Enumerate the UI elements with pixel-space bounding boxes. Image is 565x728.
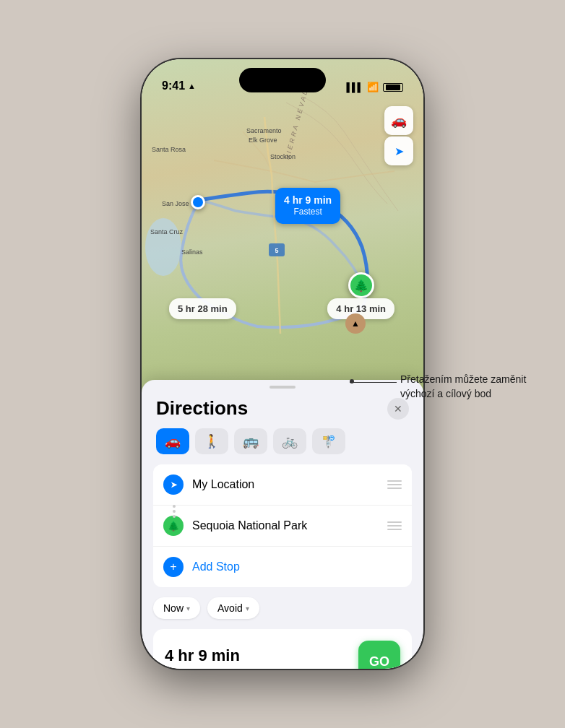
time-label: 9:41 <box>162 79 185 92</box>
route-label-fastest[interactable]: 4 hr 9 min Fastest <box>275 188 340 224</box>
battery-icon <box>383 83 403 92</box>
panel-header: Directions ✕ <box>142 394 423 428</box>
bottom-panel: Directions ✕ 🚗 🚶 🚌 <box>142 380 423 669</box>
panel-title: Directions <box>156 397 248 420</box>
destination-icon: 🌲 <box>354 279 368 292</box>
callout-dot <box>350 379 354 384</box>
my-location-icon: ➤ <box>163 474 184 495</box>
signal-icon: ▌▌▌ <box>346 82 363 92</box>
svg-point-0 <box>145 218 181 276</box>
tab-car[interactable]: 🚗 <box>156 428 189 454</box>
route-info-1: 4 hr 9 min 420 km · Fastest route <box>165 646 358 670</box>
dynamic-island <box>239 68 326 92</box>
callout: Přetažením můžete zaměnit výchozí a cílo… <box>400 372 545 402</box>
plus-icon: + <box>170 560 176 573</box>
bike-tab-icon: 🚲 <box>282 433 298 449</box>
map-area[interactable]: 5 SIERRA NEVADA Santa Rosa Sacramento El… <box>142 59 423 406</box>
add-stop-text[interactable]: Add Stop <box>192 560 402 573</box>
phone-frame: 9:41 ▲ ▌▌▌ 📶 <box>142 59 423 669</box>
go-label-1: GO <box>369 654 389 670</box>
sequoia-row[interactable]: 🌲 Sequoia National Park <box>153 506 412 547</box>
options-row: Now ▾ Avoid ▾ <box>142 587 423 619</box>
car-tab-icon: 🚗 <box>165 433 181 449</box>
transit-tab-icon: 🚌 <box>243 433 259 449</box>
tab-bike[interactable]: 🚲 <box>273 428 306 454</box>
car-transport-btn[interactable]: 🚗 <box>384 106 413 135</box>
transport-tabs: 🚗 🚶 🚌 🚲 🚏 <box>142 428 423 464</box>
tab-walk[interactable]: 🚶 <box>195 428 228 454</box>
route-connector <box>173 505 176 518</box>
my-location-drag-handle[interactable] <box>387 480 402 489</box>
location-nav-icon: ➤ <box>171 480 177 490</box>
location-arrow-map-icon: ➤ <box>394 144 404 158</box>
now-label: Now <box>163 602 184 614</box>
callout-text: Přetažením můžete zaměnit výchozí a cílo… <box>400 372 545 402</box>
my-location-text: My Location <box>192 478 381 491</box>
location-rows: ➤ My Location <box>153 464 412 587</box>
car-icon: 🚗 <box>391 113 407 129</box>
my-location-row[interactable]: ➤ My Location <box>153 464 412 506</box>
sequoia-icon: 🌲 <box>163 516 184 536</box>
add-stop-icon: + <box>163 557 184 577</box>
add-stop-row[interactable]: + Add Stop <box>153 547 412 587</box>
walk-tab-icon: 🚶 <box>204 433 220 449</box>
wifi-icon: 📶 <box>367 82 379 92</box>
avoid-label: Avoid <box>217 602 243 614</box>
location-center-btn[interactable]: ➤ <box>384 136 413 165</box>
map-controls: 🚗 ➤ <box>384 106 413 165</box>
sequoia-drag-handle[interactable] <box>387 521 402 530</box>
route-label-alt1[interactable]: 5 hr 28 min <box>169 298 236 319</box>
start-pin <box>191 195 205 209</box>
svg-text:5: 5 <box>275 247 278 254</box>
callout-line <box>350 382 397 383</box>
close-icon: ✕ <box>394 403 402 415</box>
tab-transit[interactable]: 🚌 <box>234 428 267 454</box>
city-salinas: Salinas <box>181 248 203 256</box>
city-santa-rosa: Santa Rosa <box>152 146 186 153</box>
route-card-1[interactable]: 4 hr 9 min 420 km · Fastest route GO <box>153 629 412 669</box>
map-routes-svg: 5 <box>142 59 423 406</box>
tree-icon: 🌲 <box>168 521 179 532</box>
route-time-1: 4 hr 9 min <box>165 646 358 665</box>
scenic-point-icon: ▲ <box>345 313 366 334</box>
sequoia-text: Sequoia National Park <box>192 519 381 532</box>
destination-pin: 🌲 <box>348 272 374 298</box>
avoid-chevron-icon: ▾ <box>246 604 249 612</box>
panel-handle[interactable] <box>269 386 296 389</box>
route-detail-1: 420 km · Fastest route <box>165 667 358 670</box>
other-tab-icon: 🚏 <box>322 435 336 448</box>
avoid-option-btn[interactable]: Avoid ▾ <box>207 597 259 619</box>
status-icons: ▌▌▌ 📶 <box>346 82 403 92</box>
tab-other[interactable]: 🚏 <box>312 428 345 454</box>
city-elk-grove: Elk Grove <box>249 136 277 144</box>
go-button-1[interactable]: GO <box>358 641 400 669</box>
city-stockton: Stockton <box>270 153 296 160</box>
location-arrow-icon: ▲ <box>188 82 196 90</box>
city-san-jose: San Jose <box>162 200 189 207</box>
phone-screen: 9:41 ▲ ▌▌▌ 📶 <box>142 59 423 669</box>
city-santa-cruz: Santa Cruz <box>150 228 183 235</box>
now-option-btn[interactable]: Now ▾ <box>153 597 200 619</box>
now-chevron-icon: ▾ <box>186 604 190 612</box>
status-time: 9:41 ▲ <box>162 79 196 92</box>
city-sacramento: Sacramento <box>246 127 282 134</box>
